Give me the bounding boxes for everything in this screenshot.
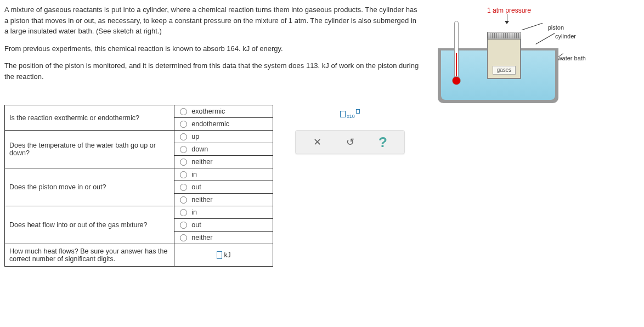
answer-unit: kJ [224, 251, 231, 259]
table-row: Does heat flow into or out of the gas mi… [5, 206, 273, 244]
option-label: neither [191, 158, 212, 166]
reset-icon: ↺ [346, 136, 354, 148]
radio-exothermic[interactable] [180, 108, 187, 115]
thermometer-icon [454, 21, 459, 81]
option-row[interactable]: exothermic [174, 105, 273, 118]
pressure-label: 1 atm pressure [484, 7, 534, 14]
option-label: out [191, 183, 201, 191]
option-label: down [191, 145, 208, 153]
radio-out[interactable] [180, 222, 187, 229]
radio-neither[interactable] [180, 196, 187, 204]
input-placeholder-box[interactable] [217, 251, 222, 259]
reset-button[interactable]: ↺ [344, 136, 356, 148]
question-text: Does the temperature of the water bath g… [5, 131, 174, 168]
times-ten-label: x10 [347, 114, 355, 119]
radio-endothermic[interactable] [180, 121, 187, 128]
clear-button[interactable]: ✕ [311, 136, 323, 148]
table-row: How much heat flows? Be sure your answer… [5, 244, 273, 267]
table-row: Does the piston move in or out? in out n… [5, 168, 273, 206]
question-table: Is the reaction exothermic or endothermi… [4, 105, 273, 267]
mantissa-box-icon [340, 111, 346, 117]
option-row[interactable]: in [174, 206, 273, 219]
description-paragraph-2: From previous experiments, this chemical… [4, 43, 421, 54]
help-icon: ? [379, 134, 387, 151]
description-paragraph-3: The position of the piston is monitored,… [4, 60, 421, 82]
waterbath-label: water bath [558, 55, 586, 61]
option-row[interactable]: up [174, 131, 273, 143]
option-row[interactable]: down [174, 143, 273, 156]
gases-box: gases [493, 66, 516, 75]
radio-in[interactable] [180, 171, 187, 178]
question-text: How much heat flows? Be sure your answer… [5, 244, 174, 267]
radio-neither[interactable] [180, 234, 187, 241]
question-text: Does the piston move in or out? [5, 168, 174, 206]
apparatus-graphic: gases [438, 37, 558, 103]
option-row[interactable]: neither [174, 194, 273, 206]
radio-out[interactable] [180, 184, 187, 191]
radio-up[interactable] [180, 133, 187, 140]
table-row: Does the temperature of the water bath g… [5, 131, 273, 168]
option-label: in [191, 171, 197, 178]
option-row[interactable]: endothermic [174, 118, 273, 130]
option-label: endothermic [191, 120, 229, 128]
help-button[interactable]: ? [377, 136, 389, 148]
exponent-box-icon [356, 109, 360, 114]
description-paragraph-1: A mixture of gaseous reactants is put in… [4, 4, 421, 37]
question-text: Does heat flow into or out of the gas mi… [5, 206, 174, 244]
option-label: up [191, 133, 199, 140]
answer-input-cell[interactable]: kJ [174, 245, 273, 265]
table-row: Is the reaction exothermic or endothermi… [5, 105, 273, 131]
option-label: neither [191, 196, 212, 204]
apparatus-diagram: 1 atm pressure piston cylinder water bat… [432, 4, 575, 88]
piston-label: piston [548, 24, 564, 31]
radio-neither[interactable] [180, 159, 187, 166]
option-label: out [191, 221, 201, 229]
tool-palette: x10 ✕ ↺ ? [295, 105, 405, 154]
question-text: Is the reaction exothermic or endothermi… [5, 105, 174, 131]
option-row[interactable]: neither [174, 156, 273, 168]
option-row[interactable]: neither [174, 232, 273, 244]
option-row[interactable]: in [174, 168, 273, 181]
option-label: in [191, 208, 197, 216]
option-label: neither [191, 234, 212, 241]
problem-description: A mixture of gaseous reactants is put in… [4, 4, 421, 88]
radio-in[interactable] [180, 209, 187, 216]
pointer-line [522, 23, 543, 30]
piston-graphic [487, 32, 521, 40]
option-row[interactable]: out [174, 181, 273, 194]
option-label: exothermic [191, 108, 225, 115]
x-icon: ✕ [313, 136, 321, 148]
cylinder-graphic: gases [487, 32, 521, 79]
radio-down[interactable] [180, 146, 187, 153]
option-row[interactable]: out [174, 219, 273, 232]
action-toolbar: ✕ ↺ ? [295, 130, 405, 154]
scientific-notation-button[interactable]: x10 [295, 105, 405, 123]
